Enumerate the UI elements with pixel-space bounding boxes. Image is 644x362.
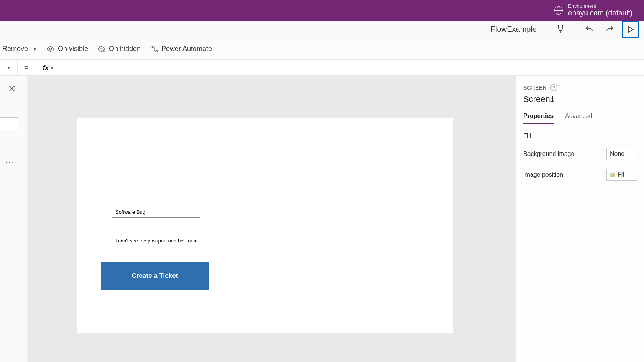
environment-name: enayu.com (default) (568, 9, 632, 18)
tab-properties[interactable]: Properties (523, 113, 554, 124)
action-toolbar: Remove ▼ On visible On hidden Power Auto… (0, 38, 644, 60)
panel-tabs: Properties Advanced (523, 113, 637, 124)
chevron-down-icon: ▼ (33, 46, 37, 52)
object-type-label: SCREEN (523, 85, 547, 91)
on-visible-button[interactable]: On visible (46, 45, 88, 53)
command-bar: FlowExample (0, 21, 644, 38)
eye-icon (46, 45, 55, 53)
fill-row: Fill (523, 133, 637, 139)
app-name: FlowExample (487, 25, 540, 34)
power-automate-button[interactable]: Power Automate (150, 45, 212, 53)
create-ticket-button[interactable]: Create a Ticket (101, 262, 209, 290)
svg-point-5 (151, 46, 153, 48)
image-thumb-icon (610, 173, 615, 177)
image-position-select[interactable]: Fit (606, 169, 637, 181)
formula-input[interactable] (62, 60, 644, 75)
image-position-row: Image position Fit (523, 169, 637, 181)
background-image-label: Background image (523, 151, 574, 157)
fx-label: fx (43, 64, 48, 71)
app-checker-icon[interactable] (552, 21, 569, 38)
tab-advanced[interactable]: Advanced (565, 113, 592, 124)
remove-label: Remove (2, 45, 28, 53)
on-visible-label: On visible (58, 45, 88, 53)
environment-indicator[interactable]: Environment enayu.com (default) (568, 3, 632, 18)
text-input-description[interactable] (112, 235, 200, 246)
power-automate-label: Power Automate (161, 45, 212, 53)
flow-icon (150, 45, 158, 53)
app-header: Environment enayu.com (default) (0, 0, 644, 21)
fill-label: Fill (523, 133, 531, 139)
object-type-row: SCREEN ? (523, 84, 637, 91)
environment-label: Environment (568, 3, 632, 9)
properties-panel: SCREEN ? Screen1 Properties Advanced Fil… (516, 76, 644, 362)
chevron-down-icon: ▼ (7, 66, 11, 70)
separator (575, 24, 575, 35)
play-preview-icon[interactable] (622, 21, 639, 38)
separator (546, 24, 546, 35)
chevron-down-icon: ▼ (50, 66, 54, 70)
svg-point-6 (156, 50, 158, 52)
svg-marker-2 (629, 27, 633, 32)
equals-label: = (18, 60, 35, 75)
object-name: Screen1 (523, 94, 637, 104)
screen-canvas[interactable]: Create a Ticket (77, 118, 453, 333)
image-position-value: Fit (618, 171, 624, 178)
close-icon[interactable] (8, 84, 15, 90)
background-image-select[interactable]: None (606, 148, 637, 160)
formula-bar: ▼ = fx ▼ (0, 60, 644, 76)
svg-point-3 (49, 48, 52, 50)
background-image-row: Background image None (523, 148, 637, 160)
background-image-value: None (610, 151, 624, 157)
tree-search-input[interactable] (0, 117, 18, 130)
fx-button[interactable]: fx ▼ (35, 60, 62, 75)
on-hidden-label: On hidden (109, 45, 141, 53)
remove-button[interactable]: Remove ▼ (2, 45, 37, 53)
workspace: ··· Create a Ticket SCREEN ? Screen1 Pro… (0, 76, 644, 362)
redo-icon[interactable] (601, 21, 619, 38)
property-selector[interactable]: ▼ (0, 60, 18, 75)
image-position-label: Image position (523, 171, 563, 178)
globe-icon (554, 6, 563, 15)
undo-icon[interactable] (580, 21, 598, 38)
text-input-title[interactable] (112, 206, 200, 218)
help-icon[interactable]: ? (550, 84, 557, 91)
canvas-area[interactable]: Create a Ticket (28, 76, 516, 362)
on-hidden-button[interactable]: On hidden (97, 45, 141, 53)
more-options-icon[interactable]: ··· (5, 157, 27, 167)
eye-off-icon (97, 45, 106, 53)
tree-view-rail: ··· (0, 76, 28, 362)
